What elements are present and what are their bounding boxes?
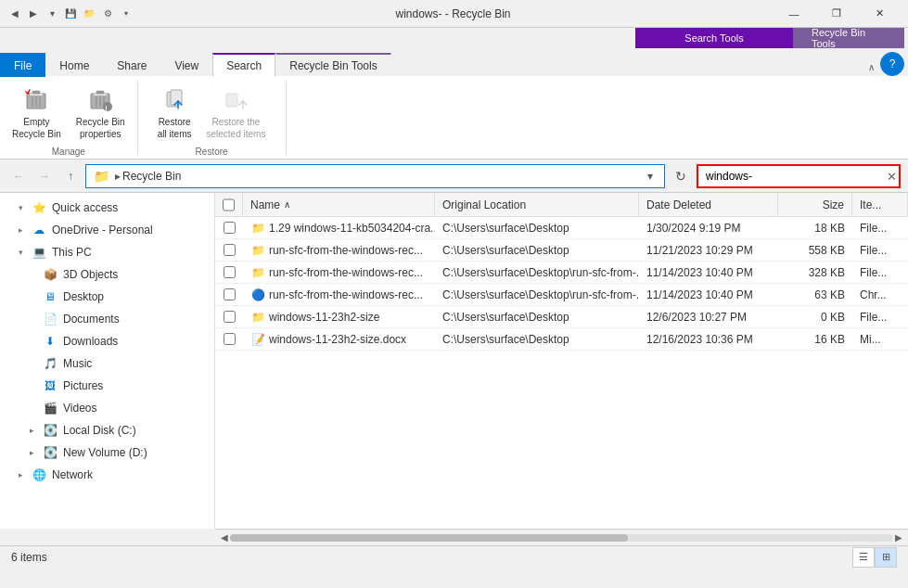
row6-date: 12/16/2023 10:36 PM: [646, 333, 753, 346]
table-row[interactable]: 📝 windows-11-23h2-size.docx C:\Users\sur…: [215, 328, 908, 351]
forward-arrow-icon[interactable]: ▶: [26, 6, 41, 21]
address-dropdown-icon[interactable]: ▾: [644, 170, 657, 183]
sidebar-item-onedrive[interactable]: ▸ ☁ OneDrive - Personal: [0, 219, 214, 241]
header-checkbox-col[interactable]: [215, 193, 243, 216]
table-row[interactable]: 📁 run-sfc-from-the-windows-rec... C:\Use…: [215, 262, 908, 284]
svg-rect-17: [226, 94, 237, 107]
ribbon-expand-button[interactable]: ∧: [862, 58, 880, 76]
tab-recycle-bin-tools[interactable]: Recycle Bin Tools: [275, 53, 391, 77]
tab-search[interactable]: Search: [212, 53, 275, 77]
address-box[interactable]: 📁 ▸ Recycle Bin ▾: [85, 164, 665, 188]
svg-rect-2: [32, 91, 40, 94]
row1-name-cell: 📁 1.29 windows-11-kb5034204-cra...: [243, 217, 435, 238]
row1-checkbox-cell[interactable]: [215, 217, 243, 238]
row3-location-cell: C:\Users\surface\Desktop\run-sfc-from-..…: [435, 262, 639, 283]
properties-icon[interactable]: ⚙: [100, 6, 115, 21]
header-location-col[interactable]: Original Location: [435, 193, 639, 216]
sidebar-item-pictures[interactable]: 🖼 Pictures: [0, 375, 214, 397]
row2-name-cell: 📁 run-sfc-from-the-windows-rec...: [243, 239, 435, 261]
tab-file[interactable]: File: [0, 53, 45, 77]
row6-checkbox[interactable]: [224, 333, 236, 345]
tab-home[interactable]: Home: [45, 53, 103, 77]
row5-date-cell: 12/6/2023 10:27 PM: [639, 306, 778, 327]
row1-size: 18 KB: [814, 222, 845, 235]
file-list: Name ∧ Original Location Date Deleted Si…: [215, 193, 908, 529]
row5-checkbox-cell[interactable]: [215, 306, 243, 327]
row6-checkbox-cell[interactable]: [215, 328, 243, 350]
sidebar-item-desktop[interactable]: 🖥 Desktop: [0, 286, 214, 308]
row2-location-cell: C:\Users\surface\Desktop: [435, 239, 639, 261]
help-button[interactable]: ?: [880, 52, 904, 76]
scroll-left-button[interactable]: ◀: [219, 532, 230, 543]
down-arrow-icon[interactable]: ▾: [45, 6, 59, 21]
sidebar-item-videos[interactable]: 🎬 Videos: [0, 397, 214, 419]
row4-checkbox[interactable]: [224, 288, 236, 300]
empty-recycle-bin-button[interactable]: EmptyRecycle Bin: [6, 80, 68, 145]
details-view-button[interactable]: ☰: [852, 547, 875, 568]
row2-checkbox[interactable]: [224, 244, 236, 256]
ribbon-group-restore: Restoreall items Restore theselected ite…: [138, 80, 287, 155]
back-button[interactable]: ←: [7, 165, 30, 187]
minimize-button[interactable]: —: [773, 0, 815, 28]
header-date-col[interactable]: Date Deleted: [639, 193, 778, 216]
scroll-right-button[interactable]: ▶: [893, 532, 904, 543]
row2-date-cell: 11/21/2023 10:29 PM: [639, 239, 778, 261]
table-row[interactable]: 📁 1.29 windows-11-kb5034204-cra... C:\Us…: [215, 217, 908, 239]
table-row[interactable]: 📁 windows-11-23h2-size C:\Users\surface\…: [215, 306, 908, 328]
row5-checkbox[interactable]: [224, 311, 236, 323]
folder-icon: 📁: [250, 265, 265, 280]
restore-selected-button[interactable]: Restore theselected items: [200, 80, 273, 145]
table-row[interactable]: 🔵 run-sfc-from-the-windows-rec... C:\Use…: [215, 284, 908, 306]
row4-size-cell: 63 KB: [778, 284, 852, 305]
header-type-col[interactable]: Ite...: [852, 193, 908, 216]
sidebar-item-downloads[interactable]: ⬇ Downloads: [0, 330, 214, 352]
disk-d-expander-icon: ▸: [26, 448, 37, 457]
down-arrow2-icon[interactable]: ▾: [119, 6, 134, 21]
new-folder-icon[interactable]: 📁: [82, 6, 96, 21]
sidebar-item-new-volume-d[interactable]: ▸ 💽 New Volume (D:): [0, 441, 214, 464]
row4-checkbox-cell[interactable]: [215, 284, 243, 305]
restore-all-button[interactable]: Restoreall items: [151, 80, 198, 145]
header-size-col[interactable]: Size: [778, 193, 852, 216]
onedrive-label: OneDrive - Personal: [52, 224, 153, 236]
row2-type-cell: File...: [852, 239, 908, 261]
ribbon-tabs-bar: File Home Share View Search Recycle Bin …: [0, 48, 908, 76]
quick-access-save-icon[interactable]: 💾: [63, 6, 78, 21]
maximize-button[interactable]: ❐: [815, 0, 858, 28]
desktop-folder-icon: 🖥: [43, 289, 58, 304]
forward-button[interactable]: →: [33, 165, 56, 187]
tab-share[interactable]: Share: [103, 53, 160, 77]
row2-checkbox-cell[interactable]: [215, 239, 243, 261]
search-clear-button[interactable]: ✕: [887, 170, 897, 182]
sidebar-item-documents[interactable]: 📄 Documents: [0, 308, 214, 330]
large-icons-view-button[interactable]: ⊞: [875, 547, 897, 568]
refresh-button[interactable]: ↻: [669, 164, 693, 188]
row4-name-cell: 🔵 run-sfc-from-the-windows-rec...: [243, 284, 435, 305]
sidebar-item-quick-access[interactable]: ▾ ⭐ Quick access: [0, 197, 214, 219]
tab-view[interactable]: View: [160, 53, 212, 77]
sidebar-item-this-pc[interactable]: ▾ 💻 This PC: [0, 241, 214, 263]
sidebar-item-local-disk-c[interactable]: ▸ 💽 Local Disk (C:): [0, 419, 214, 441]
select-all-checkbox[interactable]: [223, 198, 235, 211]
recycle-bin-properties-button[interactable]: i Recycle Binproperties: [70, 80, 132, 145]
header-name-col[interactable]: Name ∧: [243, 193, 435, 216]
horizontal-scrollbar-track[interactable]: [230, 534, 893, 542]
close-button[interactable]: ✕: [858, 0, 901, 28]
row5-size: 0 KB: [821, 311, 845, 324]
sidebar-item-music[interactable]: 🎵 Music: [0, 352, 214, 375]
row3-checkbox-cell[interactable]: [215, 262, 243, 283]
row3-location: C:\Users\surface\Desktop\run-sfc-from-..…: [442, 266, 639, 279]
back-arrow-icon[interactable]: ◀: [7, 6, 22, 21]
sidebar-item-network[interactable]: ▸ 🌐 Network: [0, 464, 214, 486]
search-input[interactable]: [697, 164, 901, 188]
sidebar-item-3d-objects[interactable]: 📦 3D Objects: [0, 263, 214, 286]
row2-size: 558 KB: [809, 244, 845, 257]
table-row[interactable]: 📁 run-sfc-from-the-windows-rec... C:\Use…: [215, 239, 908, 262]
row5-name-cell: 📁 windows-11-23h2-size: [243, 306, 435, 327]
row1-checkbox[interactable]: [224, 222, 236, 234]
up-button[interactable]: ↑: [59, 165, 82, 187]
restore-selected-label: Restore theselected items: [207, 116, 266, 140]
horizontal-scrollbar-thumb[interactable]: [230, 534, 628, 542]
row3-checkbox[interactable]: [224, 266, 236, 278]
folder-icon: 📁: [94, 169, 109, 184]
